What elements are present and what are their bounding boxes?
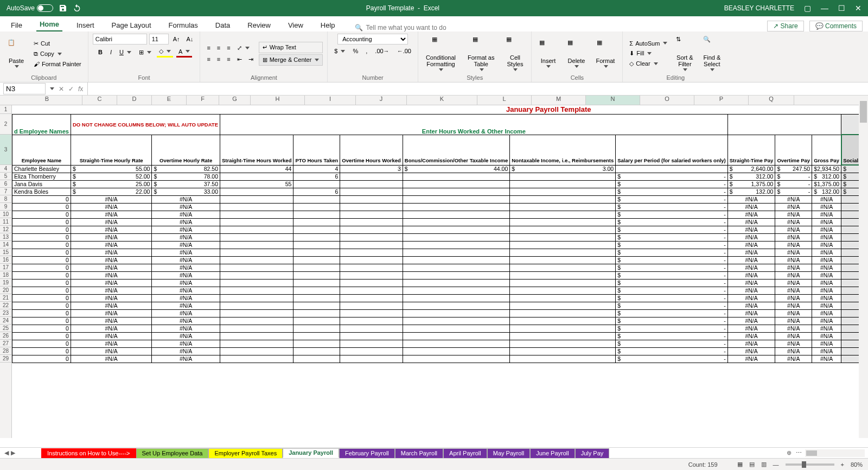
cell[interactable]: #N/A (152, 287, 220, 294)
cell[interactable]: #N/A (727, 256, 775, 264)
cell[interactable]: 0 (12, 226, 71, 233)
cell[interactable]: $8.18 (841, 188, 859, 195)
cell[interactable] (403, 317, 509, 325)
cell[interactable]: $- (616, 271, 728, 279)
cell[interactable]: #N/A (152, 309, 220, 317)
cell[interactable]: #N/A (727, 249, 775, 256)
cell[interactable]: #N/A (775, 264, 812, 271)
cell[interactable] (340, 173, 403, 180)
horizontal-scrollbar[interactable] (805, 449, 865, 457)
undo-icon[interactable] (73, 4, 81, 12)
cell[interactable]: #N/A (812, 249, 841, 256)
decrease-indent-icon[interactable]: ⇤ (235, 55, 244, 64)
cell[interactable]: #N/A (727, 195, 775, 203)
cell[interactable] (403, 309, 509, 317)
cell[interactable]: #N/A (71, 317, 152, 325)
cell[interactable] (220, 218, 293, 226)
delete-cells-button[interactable]: ▦Delete (564, 38, 588, 69)
cell[interactable] (510, 279, 616, 287)
cell[interactable] (220, 203, 293, 211)
number-format-select[interactable]: Accounting (337, 34, 408, 45)
cell[interactable] (403, 173, 509, 180)
cell[interactable]: #N/A (71, 233, 152, 241)
cell[interactable] (293, 256, 340, 264)
cell[interactable] (340, 180, 403, 188)
cell[interactable]: #N/A (775, 226, 812, 233)
cell[interactable] (510, 309, 616, 317)
cell[interactable]: #N/A (727, 325, 775, 332)
cell[interactable]: #N/A (727, 218, 775, 226)
cell[interactable] (340, 203, 403, 211)
cell[interactable]: #N/A (841, 347, 859, 355)
increase-indent-icon[interactable]: ⇥ (246, 55, 256, 64)
user-name[interactable]: BEASLEY CHARLETTE (724, 4, 794, 12)
tab-page-layout[interactable]: Page Layout (108, 19, 155, 31)
cell[interactable]: #N/A (727, 340, 775, 347)
cell[interactable] (293, 279, 340, 287)
cell[interactable]: 6 (293, 188, 340, 195)
cell[interactable] (616, 165, 728, 173)
cell[interactable]: #N/A (812, 309, 841, 317)
cell[interactable] (403, 226, 509, 233)
cell[interactable] (510, 173, 616, 180)
cell[interactable]: #N/A (152, 241, 220, 249)
cell[interactable] (403, 195, 509, 203)
cell[interactable] (510, 249, 616, 256)
wrap-text-button[interactable]: ↵ Wrap Text (259, 42, 323, 53)
cell[interactable] (403, 332, 509, 340)
cell[interactable] (340, 279, 403, 287)
cell[interactable]: #N/A (152, 317, 220, 325)
cell[interactable]: #N/A (727, 302, 775, 309)
cell[interactable] (510, 226, 616, 233)
cell[interactable] (403, 287, 509, 294)
cell[interactable]: $247.50 (775, 165, 812, 173)
cell[interactable]: #N/A (71, 347, 152, 355)
column-header[interactable]: C (82, 96, 117, 105)
cell[interactable] (510, 241, 616, 249)
column-header[interactable]: M (532, 96, 586, 105)
ribbon-options-icon[interactable]: ▢ (804, 4, 811, 12)
row-header[interactable]: 1 (0, 105, 11, 114)
column-header[interactable]: J (356, 96, 407, 105)
cell[interactable] (403, 211, 509, 218)
autosum-button[interactable]: Σ AutoSum (627, 39, 669, 48)
cell[interactable]: #N/A (841, 302, 859, 309)
cell[interactable] (510, 233, 616, 241)
maximize-icon[interactable]: ☐ (838, 4, 845, 12)
cell[interactable]: $- (616, 180, 728, 188)
format-as-table-button[interactable]: ▦Format as Table (464, 35, 498, 72)
cell[interactable]: $33.00 (152, 188, 220, 195)
cell[interactable]: $- (775, 180, 812, 188)
fill-color-button[interactable]: ◇ (157, 47, 173, 58)
cell[interactable]: 0 (12, 309, 71, 317)
row-header[interactable]: 2 (0, 114, 11, 135)
cell[interactable]: #N/A (71, 203, 152, 211)
cell[interactable]: #N/A (152, 302, 220, 309)
row-header[interactable]: 13 (0, 233, 11, 241)
cell[interactable]: #N/A (71, 340, 152, 347)
cell[interactable] (340, 241, 403, 249)
format-cells-button[interactable]: ▦Format (592, 38, 618, 69)
row-header[interactable]: 22 (0, 302, 11, 309)
cell[interactable] (403, 249, 509, 256)
insert-cells-button[interactable]: ▦Insert (536, 38, 560, 69)
cell[interactable]: $82.50 (152, 165, 220, 173)
cell[interactable] (220, 325, 293, 332)
vertical-scrollbar[interactable] (859, 96, 868, 438)
cell[interactable]: $1,375.00 (727, 180, 775, 188)
cell[interactable] (293, 264, 340, 271)
cell[interactable]: #N/A (727, 226, 775, 233)
cell[interactable]: #N/A (812, 226, 841, 233)
cell[interactable]: #N/A (841, 256, 859, 264)
cell[interactable] (510, 325, 616, 332)
cell[interactable]: #N/A (841, 309, 859, 317)
cell[interactable]: #N/A (775, 325, 812, 332)
cell[interactable] (220, 195, 293, 203)
align-right-icon[interactable]: ≡ (225, 55, 232, 64)
cell[interactable]: $2,640.00 (727, 165, 775, 173)
cell[interactable]: #N/A (775, 332, 812, 340)
borders-button[interactable]: ⊞ (137, 47, 154, 58)
cell[interactable]: #N/A (812, 325, 841, 332)
align-top-icon[interactable]: ≡ (205, 43, 212, 53)
cell[interactable]: 3 (340, 165, 403, 173)
